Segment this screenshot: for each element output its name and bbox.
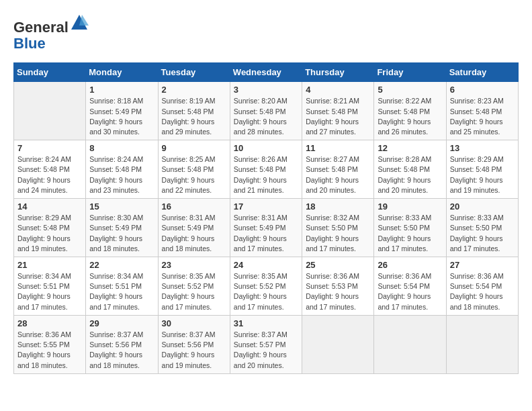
day-number: 20 <box>450 201 515 212</box>
day-info: Sunrise: 8:36 AM Sunset: 5:53 PM Dayligh… <box>306 271 370 312</box>
day-info: Sunrise: 8:29 AM Sunset: 5:48 PM Dayligh… <box>450 154 515 195</box>
day-info: Sunrise: 8:30 AM Sunset: 5:49 PM Dayligh… <box>89 213 154 254</box>
day-number: 11 <box>306 143 370 153</box>
day-number: 22 <box>89 260 154 270</box>
calendar-day-cell: 18Sunrise: 8:32 AM Sunset: 5:50 PM Dayli… <box>302 199 374 257</box>
calendar-header-friday: Friday <box>374 63 446 82</box>
logo-blue-text: Blue <box>13 35 46 52</box>
day-number: 29 <box>89 318 154 328</box>
calendar-header-wednesday: Wednesday <box>230 63 302 82</box>
day-info: Sunrise: 8:36 AM Sunset: 5:54 PM Dayligh… <box>450 271 515 312</box>
day-number: 30 <box>162 318 226 328</box>
day-number: 21 <box>17 260 82 270</box>
calendar-header-tuesday: Tuesday <box>158 63 230 82</box>
day-number: 24 <box>234 260 298 270</box>
day-info: Sunrise: 8:37 AM Sunset: 5:57 PM Dayligh… <box>234 330 298 371</box>
day-info: Sunrise: 8:20 AM Sunset: 5:48 PM Dayligh… <box>234 96 298 137</box>
calendar-week-row: 21Sunrise: 8:34 AM Sunset: 5:51 PM Dayli… <box>14 257 519 316</box>
day-number: 15 <box>89 201 154 212</box>
calendar-table: SundayMondayTuesdayWednesdayThursdayFrid… <box>13 62 519 373</box>
day-info: Sunrise: 8:31 AM Sunset: 5:49 PM Dayligh… <box>162 213 226 254</box>
calendar-day-cell <box>302 315 374 373</box>
day-info: Sunrise: 8:21 AM Sunset: 5:48 PM Dayligh… <box>306 96 370 137</box>
calendar-header-saturday: Saturday <box>446 63 518 82</box>
day-info: Sunrise: 8:31 AM Sunset: 5:49 PM Dayligh… <box>234 213 298 254</box>
calendar-header-sunday: Sunday <box>14 63 86 82</box>
day-info: Sunrise: 8:32 AM Sunset: 5:50 PM Dayligh… <box>306 213 370 254</box>
day-number: 16 <box>162 201 226 212</box>
calendar-day-cell <box>374 315 446 373</box>
day-number: 31 <box>234 318 298 328</box>
calendar-day-cell: 11Sunrise: 8:27 AM Sunset: 5:48 PM Dayli… <box>302 140 374 199</box>
calendar-day-cell: 23Sunrise: 8:35 AM Sunset: 5:52 PM Dayli… <box>158 257 230 316</box>
day-number: 6 <box>450 85 515 95</box>
day-info: Sunrise: 8:35 AM Sunset: 5:52 PM Dayligh… <box>234 271 298 312</box>
calendar-day-cell: 30Sunrise: 8:37 AM Sunset: 5:56 PM Dayli… <box>158 315 230 373</box>
day-info: Sunrise: 8:23 AM Sunset: 5:48 PM Dayligh… <box>450 96 515 137</box>
calendar-day-cell: 26Sunrise: 8:36 AM Sunset: 5:54 PM Dayli… <box>374 257 446 316</box>
day-info: Sunrise: 8:36 AM Sunset: 5:55 PM Dayligh… <box>17 330 82 371</box>
day-info: Sunrise: 8:28 AM Sunset: 5:48 PM Dayligh… <box>378 154 442 195</box>
calendar-day-cell: 16Sunrise: 8:31 AM Sunset: 5:49 PM Dayli… <box>158 199 230 257</box>
day-number: 18 <box>306 201 370 212</box>
calendar-day-cell: 25Sunrise: 8:36 AM Sunset: 5:53 PM Dayli… <box>302 257 374 316</box>
day-info: Sunrise: 8:33 AM Sunset: 5:50 PM Dayligh… <box>378 213 442 254</box>
day-info: Sunrise: 8:36 AM Sunset: 5:54 PM Dayligh… <box>378 271 442 312</box>
day-info: Sunrise: 8:34 AM Sunset: 5:51 PM Dayligh… <box>89 271 154 312</box>
day-number: 17 <box>234 201 298 212</box>
day-info: Sunrise: 8:29 AM Sunset: 5:48 PM Dayligh… <box>17 213 82 254</box>
calendar-week-row: 14Sunrise: 8:29 AM Sunset: 5:48 PM Dayli… <box>14 199 519 257</box>
day-number: 23 <box>162 260 226 270</box>
calendar-day-cell: 7Sunrise: 8:24 AM Sunset: 5:48 PM Daylig… <box>14 140 86 199</box>
logo-general-text: General <box>13 19 69 36</box>
calendar-day-cell: 27Sunrise: 8:36 AM Sunset: 5:54 PM Dayli… <box>446 257 518 316</box>
day-number: 2 <box>162 85 226 95</box>
calendar-day-cell: 3Sunrise: 8:20 AM Sunset: 5:48 PM Daylig… <box>230 82 302 140</box>
calendar-header-row: SundayMondayTuesdayWednesdayThursdayFrid… <box>14 63 519 82</box>
page-header: General Blue <box>13 13 519 52</box>
calendar-day-cell: 21Sunrise: 8:34 AM Sunset: 5:51 PM Dayli… <box>14 257 86 316</box>
day-info: Sunrise: 8:26 AM Sunset: 5:48 PM Dayligh… <box>234 154 298 195</box>
calendar-day-cell: 14Sunrise: 8:29 AM Sunset: 5:48 PM Dayli… <box>14 199 86 257</box>
logo: General Blue <box>13 13 89 52</box>
calendar-day-cell: 19Sunrise: 8:33 AM Sunset: 5:50 PM Dayli… <box>374 199 446 257</box>
day-number: 8 <box>89 143 154 153</box>
calendar-day-cell: 2Sunrise: 8:19 AM Sunset: 5:48 PM Daylig… <box>158 82 230 140</box>
day-number: 25 <box>306 260 370 270</box>
day-info: Sunrise: 8:18 AM Sunset: 5:49 PM Dayligh… <box>89 96 154 137</box>
calendar-day-cell <box>446 315 518 373</box>
day-number: 27 <box>450 260 515 270</box>
day-info: Sunrise: 8:24 AM Sunset: 5:48 PM Dayligh… <box>89 154 154 195</box>
day-info: Sunrise: 8:25 AM Sunset: 5:48 PM Dayligh… <box>162 154 226 195</box>
calendar-day-cell: 9Sunrise: 8:25 AM Sunset: 5:48 PM Daylig… <box>158 140 230 199</box>
day-number: 10 <box>234 143 298 153</box>
calendar-day-cell: 29Sunrise: 8:37 AM Sunset: 5:56 PM Dayli… <box>86 315 158 373</box>
day-number: 7 <box>17 143 82 153</box>
day-info: Sunrise: 8:37 AM Sunset: 5:56 PM Dayligh… <box>89 330 154 371</box>
calendar-day-cell: 15Sunrise: 8:30 AM Sunset: 5:49 PM Dayli… <box>86 199 158 257</box>
day-info: Sunrise: 8:27 AM Sunset: 5:48 PM Dayligh… <box>306 154 370 195</box>
calendar-day-cell: 6Sunrise: 8:23 AM Sunset: 5:48 PM Daylig… <box>446 82 518 140</box>
day-number: 28 <box>17 318 82 328</box>
day-number: 9 <box>162 143 226 153</box>
day-number: 5 <box>378 85 442 95</box>
calendar-day-cell: 13Sunrise: 8:29 AM Sunset: 5:48 PM Dayli… <box>446 140 518 199</box>
day-info: Sunrise: 8:19 AM Sunset: 5:48 PM Dayligh… <box>162 96 226 137</box>
day-number: 12 <box>378 143 442 153</box>
day-info: Sunrise: 8:33 AM Sunset: 5:50 PM Dayligh… <box>450 213 515 254</box>
day-number: 1 <box>89 85 154 95</box>
day-number: 4 <box>306 85 370 95</box>
calendar-day-cell: 20Sunrise: 8:33 AM Sunset: 5:50 PM Dayli… <box>446 199 518 257</box>
calendar-day-cell: 8Sunrise: 8:24 AM Sunset: 5:48 PM Daylig… <box>86 140 158 199</box>
calendar-day-cell: 24Sunrise: 8:35 AM Sunset: 5:52 PM Dayli… <box>230 257 302 316</box>
day-info: Sunrise: 8:37 AM Sunset: 5:56 PM Dayligh… <box>162 330 226 371</box>
calendar-day-cell: 4Sunrise: 8:21 AM Sunset: 5:48 PM Daylig… <box>302 82 374 140</box>
day-info: Sunrise: 8:34 AM Sunset: 5:51 PM Dayligh… <box>17 271 82 312</box>
calendar-header-monday: Monday <box>86 63 158 82</box>
calendar-day-cell: 22Sunrise: 8:34 AM Sunset: 5:51 PM Dayli… <box>86 257 158 316</box>
calendar-day-cell: 10Sunrise: 8:26 AM Sunset: 5:48 PM Dayli… <box>230 140 302 199</box>
svg-marker-1 <box>79 15 89 26</box>
calendar-day-cell: 12Sunrise: 8:28 AM Sunset: 5:48 PM Dayli… <box>374 140 446 199</box>
day-number: 14 <box>17 201 82 212</box>
calendar-day-cell <box>14 82 86 140</box>
